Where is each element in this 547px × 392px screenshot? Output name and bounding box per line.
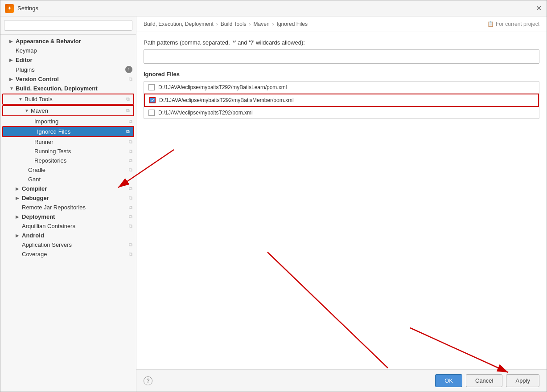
sidebar-item-label: Ignored Files [37,128,124,135]
sidebar-item-app-servers[interactable]: Application Servers ⧉ [0,240,136,249]
close-button[interactable]: ✕ [535,5,542,12]
sidebar-item-appearance[interactable]: ▶ Appearance & Behavior [0,37,136,46]
sidebar-item-label: Running Tests [34,148,127,155]
app-icon: ✦ [5,4,14,13]
file-checkbox-2[interactable] [149,97,156,103]
file-checkbox-3[interactable] [148,110,155,116]
sidebar-item-label: Editor [16,57,132,63]
breadcrumb-part-3: Maven [254,21,270,27]
sidebar-item-debugger[interactable]: ▶ Debugger ⧉ [0,193,136,203]
file-checkbox-1[interactable] [148,84,155,90]
arrow-icon: ▼ [18,97,25,102]
sidebar-item-label: Arquillian Containers [22,223,127,229]
copy-icon: ⧉ [129,195,132,201]
copy-icon: ⧉ [126,129,130,135]
arrow-icon: ▶ [16,233,22,238]
bottom-bar: ? OK Cancel Apply [136,369,547,392]
window-title: Settings [17,5,38,12]
sidebar-item-ignored-files[interactable]: Ignored Files ⧉ [2,126,134,137]
sidebar-item-keymap[interactable]: Keymap [0,46,136,55]
path-patterns-input[interactable] [144,49,539,64]
svg-line-2 [136,150,174,188]
file-item-2[interactable]: D:/1JAVA/eclipse/mybaitsT292/myBatisMemb… [144,94,539,107]
sidebar-item-gradle[interactable]: Gradle ⧉ [0,165,136,175]
sidebar: 🔍 ▶ Appearance & Behavior Keymap [0,16,136,392]
copy-icon: ⧉ [129,214,132,220]
arrow-icon: ▶ [16,214,22,219]
breadcrumb: Build, Execution, Deployment › Build Too… [136,16,547,32]
sidebar-item-editor[interactable]: ▶ Editor [0,55,136,65]
for-current-project: 📋 For current project [487,21,539,27]
copy-icon: ⧉ [129,204,132,210]
ignored-files-section-label: Ignored Files [144,71,539,78]
sidebar-item-label: Deployment [22,213,127,220]
sidebar-item-label: Compiler [22,185,127,192]
svg-line-4 [410,328,508,369]
sidebar-item-label: Repositories [34,157,127,164]
sidebar-item-label: Application Servers [22,241,127,248]
arrow-icon: ▶ [9,39,16,44]
apply-button[interactable]: Apply [506,374,539,387]
sidebar-item-build-execution[interactable]: ▼ Build, Execution, Deployment [0,84,136,93]
arrow-icon: ▶ [9,77,16,82]
ok-button[interactable]: OK [435,374,462,387]
sidebar-item-plugins[interactable]: Plugins 1 [0,65,136,74]
search-input[interactable] [4,20,132,31]
file-path-1: D:/1JAVA/eclipse/mybaitsT292/myBatisLear… [158,84,287,90]
sidebar-item-running-tests[interactable]: Running Tests ⧉ [0,147,136,156]
sidebar-tree: ▶ Appearance & Behavior Keymap ▶ Editor [0,35,136,392]
sidebar-item-label: Appearance & Behavior [16,38,132,45]
sidebar-item-gant[interactable]: Gant [0,175,136,184]
file-path-3: D:/1JAVA/eclipse/mybaitsT292/pom.xml [158,110,253,116]
copy-icon: ⧉ [129,223,132,229]
sidebar-item-label: Build, Execution, Deployment [16,85,132,92]
file-item-1[interactable]: D:/1JAVA/eclipse/mybaitsT292/myBatisLear… [144,82,539,94]
sidebar-item-label: Keymap [16,47,132,54]
copy-icon: ⧉ [129,158,132,163]
sidebar-item-label: Runner [34,139,127,145]
sidebar-item-label: Maven [31,107,124,114]
sidebar-item-remote-jar[interactable]: Remote Jar Repositories ⧉ [0,203,136,212]
cancel-button[interactable]: Cancel [466,374,502,387]
copy-icon: ⧉ [129,167,132,173]
sidebar-item-label: Coverage [22,251,127,257]
copy-icon: ⧉ [129,139,132,145]
sidebar-item-compiler[interactable]: ▶ Compiler ⧉ [0,184,136,193]
sidebar-item-coverage[interactable]: Coverage ⧉ [0,249,136,259]
copy-icon: ⧉ [129,148,132,154]
copy-icon: ⧉ [126,96,130,102]
arrow-icon: ▶ [16,186,22,191]
sidebar-item-build-tools[interactable]: ▼ Build Tools ⧉ [2,94,134,105]
sidebar-item-label: Build Tools [25,96,124,102]
sidebar-item-label: Importing [34,118,127,125]
arrow-icon: ▶ [9,57,16,62]
svg-line-3 [267,252,388,368]
sidebar-item-runner[interactable]: Runner ⧉ [0,137,136,147]
sidebar-item-version-control[interactable]: ▶ Version Control ⧉ [0,74,136,84]
help-button[interactable]: ? [144,376,152,385]
file-item-3[interactable]: D:/1JAVA/eclipse/mybaitsT292/pom.xml [144,107,539,118]
sidebar-item-importing[interactable]: Importing ⧉ [0,117,136,126]
sidebar-item-label: Android [22,232,132,239]
copy-icon: ⧉ [129,118,132,124]
project-icon: 📋 [487,21,494,27]
copy-icon: ⧉ [129,251,132,257]
main-content: Build, Execution, Deployment › Build Too… [136,16,547,392]
file-path-2: D:/1JAVA/eclipse/mybaitsT292/myBatisMemb… [159,97,294,103]
breadcrumb-sep: › [272,21,274,27]
plugins-badge: 1 [125,66,132,73]
settings-body: Path patterns (comma-separated, '*' and … [136,32,547,369]
breadcrumb-part-4: Ignored Files [277,21,308,27]
sidebar-item-label: Remote Jar Repositories [22,204,127,211]
sidebar-item-label: Plugins [16,66,123,73]
sidebar-item-arquillian[interactable]: Arquillian Containers ⧉ [0,221,136,231]
arrow-icon: ▶ [16,196,22,200]
sidebar-item-android[interactable]: ▶ Android [0,231,136,240]
sidebar-item-maven[interactable]: ▼ Maven ⧉ [2,105,134,116]
sidebar-item-repositories[interactable]: Repositories ⧉ [0,156,136,165]
copy-icon: ⧉ [129,76,132,82]
sidebar-item-deployment[interactable]: ▶ Deployment ⧉ [0,212,136,221]
breadcrumb-sep: › [249,21,251,27]
breadcrumb-sep: › [216,21,218,27]
breadcrumb-part-2: Build Tools [221,21,247,27]
